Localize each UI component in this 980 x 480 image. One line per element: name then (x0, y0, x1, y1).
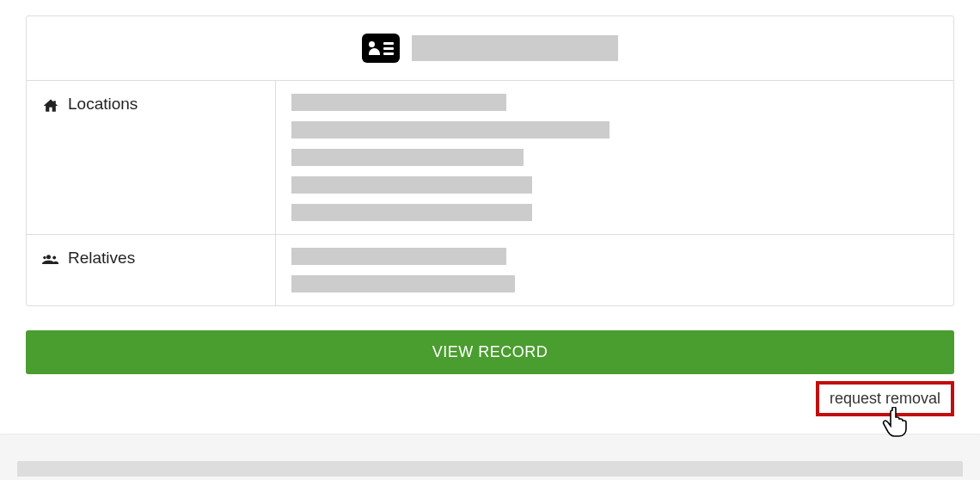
view-record-button[interactable]: VIEW RECORD (26, 330, 954, 374)
record-card: Locations Relatives (0, 0, 980, 434)
home-icon (42, 97, 59, 114)
id-card-icon (362, 34, 400, 63)
people-icon (42, 251, 59, 268)
locations-row: Locations (27, 80, 953, 234)
svg-point-0 (46, 255, 51, 259)
relatives-text: Relatives (68, 249, 135, 268)
locations-label: Locations (27, 81, 276, 234)
person-name-redacted (412, 35, 618, 61)
location-redacted (291, 121, 609, 138)
location-redacted (291, 204, 532, 221)
svg-point-2 (43, 256, 46, 259)
location-redacted (291, 94, 506, 111)
request-removal-wrap: request removal (26, 381, 954, 416)
svg-point-1 (52, 256, 56, 260)
location-redacted (291, 149, 524, 166)
record-header (27, 16, 953, 80)
relatives-row: Relatives (27, 234, 953, 305)
footer-separator (17, 461, 963, 477)
locations-content (276, 81, 953, 234)
record-box: Locations Relatives (26, 15, 954, 306)
locations-text: Locations (68, 95, 138, 114)
relatives-content (276, 235, 953, 305)
request-removal-link[interactable]: request removal (816, 381, 954, 416)
relative-redacted (291, 248, 506, 265)
location-redacted (291, 176, 532, 194)
relative-redacted (291, 275, 515, 292)
relatives-label: Relatives (27, 235, 276, 305)
